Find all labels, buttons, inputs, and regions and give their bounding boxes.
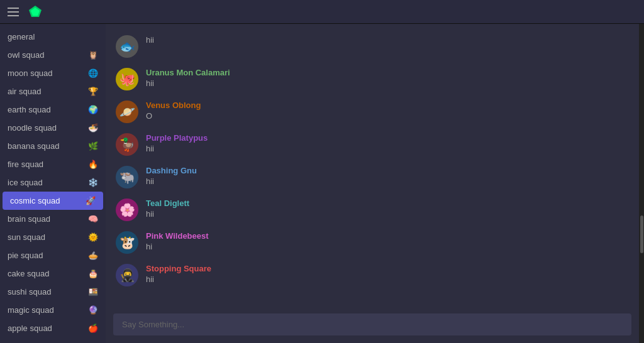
avatar-msg7: 🥷	[116, 264, 138, 286]
sidebar-label: ice squad	[8, 178, 86, 187]
message-partial: 🐟 hii	[116, 30, 629, 63]
sidebar-emoji: 🥧	[88, 251, 98, 260]
chat-area: 🐟 hii 🐙 Uranus Mon Calamari hii 🪐 Venus …	[106, 24, 639, 343]
sidebar-emoji: 🍜	[88, 123, 98, 133]
sidebar-label: banana squad	[8, 141, 86, 151]
chat-input[interactable]	[113, 313, 631, 335]
sidebar-emoji: 🎂	[88, 269, 98, 278]
sidebar-item-brain-squad[interactable]: brain squad🧠	[0, 210, 106, 228]
message-content-msg5: Teal Diglett hii	[146, 199, 189, 219]
avatar-msg4: 🐃	[116, 166, 138, 188]
sidebar-label: noodle squad	[8, 123, 86, 133]
sidebar-item-earth-squad[interactable]: earth squad🌍	[0, 101, 106, 119]
sidebar-emoji: 🌿	[88, 141, 98, 151]
sidebar-item-cosmic-squad[interactable]: cosmic squad🚀	[3, 192, 103, 210]
sidebar-emoji: 🔥	[88, 160, 98, 169]
message-name-msg5: Teal Diglett	[146, 199, 189, 208]
message-msg6: 🐮 Pink Wildebeest hi	[116, 226, 629, 259]
message-name-msg1: Uranus Mon Calamari	[146, 68, 230, 77]
message-content-msg6: Pink Wildebeest hi	[146, 231, 209, 251]
sidebar-label: sun squad	[8, 232, 86, 242]
sidebar-emoji: 🧠	[88, 214, 98, 224]
sidebar-item-apple-squad[interactable]: apple squad🍎	[0, 319, 106, 337]
main-layout: generalowl squad🦉moon squad🌐air squad🏆ea…	[0, 24, 644, 343]
sidebar-item-cake-squad[interactable]: cake squad🎂	[0, 264, 106, 283]
sidebar-item-ice-squad[interactable]: ice squad❄️	[0, 173, 106, 192]
sidebar-item-sushi-squad[interactable]: sushi squad🍱	[0, 283, 106, 301]
chat-input-area	[106, 308, 639, 343]
sidebar-item-pie-squad[interactable]: pie squad🥧	[0, 246, 106, 264]
sidebar-item-moon-squad[interactable]: moon squad🌐	[0, 64, 106, 82]
message-name-msg7: Stopping Square	[146, 264, 211, 273]
message-name-msg6: Pink Wildebeest	[146, 231, 209, 241]
sidebar-emoji: 🏆	[88, 87, 98, 96]
sidebar-label: earth squad	[8, 105, 86, 114]
sidebar-label: moon squad	[8, 68, 86, 78]
sidebar-label: magic squad	[8, 305, 86, 315]
scroll-indicator	[639, 24, 644, 343]
message-name-msg2: Venus Oblong	[146, 101, 201, 110]
message-text-msg1: hii	[146, 79, 230, 88]
sidebar-label: sushi squad	[8, 287, 86, 297]
avatar-msg3: 🦆	[116, 133, 138, 156]
message-name-msg3: Purple Platypus	[146, 133, 208, 143]
sidebar-label: general	[8, 32, 96, 41]
message-text-partial: hii	[146, 35, 154, 45]
message-content-msg3: Purple Platypus hii	[146, 133, 208, 153]
sidebar-label: brain squad	[8, 214, 86, 224]
sidebar-label: cake squad	[8, 269, 86, 278]
message-msg1: 🐙 Uranus Mon Calamari hii	[116, 63, 629, 95]
messages-list: 🐟 hii 🐙 Uranus Mon Calamari hii 🪐 Venus …	[106, 24, 639, 308]
message-msg7: 🥷 Stopping Square hii	[116, 259, 629, 291]
sidebar-emoji: 🌐	[88, 68, 98, 78]
message-content-msg2: Venus Oblong O	[146, 101, 201, 121]
message-msg3: 🦆 Purple Platypus hii	[116, 128, 629, 161]
sidebar-emoji: 🌞	[88, 232, 98, 242]
sidebar-item-fire-squad[interactable]: fire squad🔥	[0, 155, 106, 173]
sidebar-item-owl-squad[interactable]: owl squad🦉	[0, 46, 106, 64]
sidebar-label: apple squad	[8, 324, 86, 333]
sidebar-item-air-squad[interactable]: air squad🏆	[0, 82, 106, 101]
sidebar-item-sun-squad[interactable]: sun squad🌞	[0, 228, 106, 246]
sidebar-emoji: 🍎	[88, 324, 98, 333]
sidebar-emoji: 🌍	[88, 105, 98, 114]
message-name-msg4: Dashing Gnu	[146, 166, 197, 175]
sidebar-label: owl squad	[8, 50, 86, 60]
message-text-msg5: hii	[146, 209, 189, 219]
app-logo	[28, 4, 43, 19]
message-text-msg3: hii	[146, 144, 208, 153]
sidebar: generalowl squad🦉moon squad🌐air squad🏆ea…	[0, 24, 106, 343]
sidebar-label: cosmic squad	[10, 196, 83, 205]
message-text-msg6: hi	[146, 242, 209, 251]
message-content-msg1: Uranus Mon Calamari hii	[146, 68, 230, 88]
sidebar-label: fire squad	[8, 160, 86, 169]
message-content-partial: hii	[146, 35, 154, 45]
sidebar-label: pie squad	[8, 251, 86, 260]
sidebar-emoji: ❄️	[88, 178, 98, 187]
sidebar-item-banana-squad[interactable]: banana squad🌿	[0, 137, 106, 155]
message-msg4: 🐃 Dashing Gnu hii	[116, 161, 629, 193]
sidebar-item-noodle-squad[interactable]: noodle squad🍜	[0, 119, 106, 137]
message-content-msg7: Stopping Square hii	[146, 264, 211, 284]
message-text-msg2: O	[146, 111, 201, 121]
sidebar-item-magic-squad[interactable]: magic squad🔮	[0, 301, 106, 319]
sidebar-emoji: 🍱	[88, 287, 98, 297]
message-text-msg7: hii	[146, 275, 211, 284]
sidebar-label: air squad	[8, 87, 86, 96]
sidebar-emoji: 🚀	[86, 196, 96, 205]
avatar-msg6: 🐮	[116, 231, 138, 254]
sidebar-item-general[interactable]: general	[0, 28, 106, 46]
menu-button[interactable]	[8, 8, 19, 16]
sidebar-emoji: 🦉	[88, 50, 98, 60]
avatar-partial: 🐟	[116, 35, 138, 58]
message-text-msg4: hii	[146, 177, 197, 186]
message-msg5: 🌸 Teal Diglett hii	[116, 193, 629, 226]
title-bar	[0, 0, 644, 24]
message-content-msg4: Dashing Gnu hii	[146, 166, 197, 186]
scroll-thumb	[640, 215, 643, 253]
avatar-msg5: 🌸	[116, 199, 138, 221]
avatar-msg1: 🐙	[116, 68, 138, 90]
sidebar-emoji: 🔮	[88, 305, 98, 315]
avatar-msg2: 🪐	[116, 101, 138, 123]
message-msg2: 🪐 Venus Oblong O	[116, 95, 629, 128]
